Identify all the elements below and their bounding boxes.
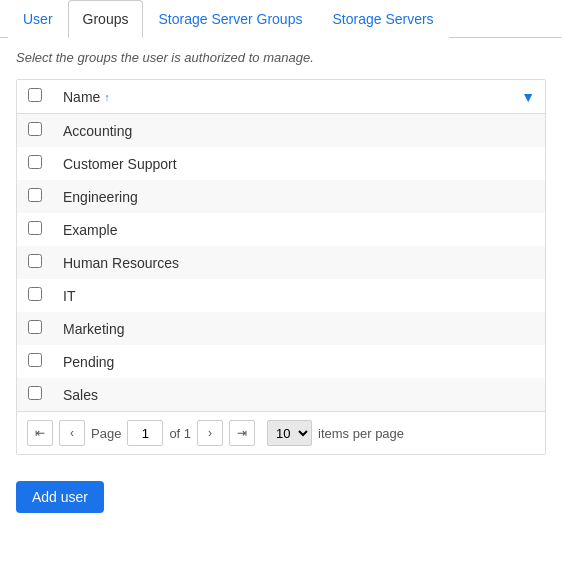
table-row: Customer Support bbox=[17, 147, 545, 180]
row-name-cell: Example bbox=[53, 213, 545, 246]
row-checkbox-cell bbox=[17, 378, 53, 411]
table-row: IT bbox=[17, 279, 545, 312]
next-page-button[interactable]: › bbox=[197, 420, 223, 446]
table-row: Human Resources bbox=[17, 246, 545, 279]
row-checkbox-cell bbox=[17, 312, 53, 345]
table-row: Pending bbox=[17, 345, 545, 378]
groups-table: Name ↑ ▼ Accounting Customer Support bbox=[17, 80, 545, 411]
row-checkbox[interactable] bbox=[28, 188, 42, 202]
tab-storage-server-groups[interactable]: Storage Server Groups bbox=[143, 0, 317, 38]
row-checkbox[interactable] bbox=[28, 122, 42, 136]
row-name-cell: Pending bbox=[53, 345, 545, 378]
last-page-button[interactable]: ⇥ bbox=[229, 420, 255, 446]
row-checkbox-cell bbox=[17, 279, 53, 312]
page-label: Page bbox=[91, 426, 121, 441]
tab-groups[interactable]: Groups bbox=[68, 0, 144, 38]
description-text: Select the groups the user is authorized… bbox=[16, 50, 546, 65]
row-checkbox-cell bbox=[17, 213, 53, 246]
row-checkbox[interactable] bbox=[28, 155, 42, 169]
select-all-checkbox[interactable] bbox=[28, 88, 42, 102]
header-checkbox-cell bbox=[17, 80, 53, 114]
groups-table-container: Name ↑ ▼ Accounting Customer Support bbox=[16, 79, 546, 455]
table-row: Example bbox=[17, 213, 545, 246]
page-number-input[interactable] bbox=[127, 420, 163, 446]
row-checkbox[interactable] bbox=[28, 221, 42, 235]
row-checkbox[interactable] bbox=[28, 386, 42, 400]
row-name-cell: Human Resources bbox=[53, 246, 545, 279]
row-name-cell: Customer Support bbox=[53, 147, 545, 180]
items-per-page-label: items per page bbox=[318, 426, 404, 441]
tab-bar: User Groups Storage Server Groups Storag… bbox=[0, 0, 562, 38]
row-checkbox[interactable] bbox=[28, 353, 42, 367]
row-checkbox-cell bbox=[17, 114, 53, 148]
table-row: Accounting bbox=[17, 114, 545, 148]
main-content: Select the groups the user is authorized… bbox=[0, 38, 562, 467]
table-row: Sales bbox=[17, 378, 545, 411]
row-checkbox-cell bbox=[17, 147, 53, 180]
column-name-label: Name bbox=[63, 89, 100, 105]
table-header-row: Name ↑ ▼ bbox=[17, 80, 545, 114]
footer: Add user bbox=[0, 467, 562, 527]
pagination-bar: ⇤ ‹ Page of 1 › ⇥ 10 25 50 items per pag… bbox=[17, 411, 545, 454]
row-name-cell: Marketing bbox=[53, 312, 545, 345]
per-page-wrapper: 10 25 50 bbox=[267, 420, 312, 446]
add-user-button[interactable]: Add user bbox=[16, 481, 104, 513]
row-checkbox[interactable] bbox=[28, 287, 42, 301]
first-page-button[interactable]: ⇤ bbox=[27, 420, 53, 446]
filter-icon[interactable]: ▼ bbox=[521, 89, 535, 105]
row-checkbox-cell bbox=[17, 345, 53, 378]
items-per-page-select[interactable]: 10 25 50 bbox=[267, 420, 312, 446]
table-row: Marketing bbox=[17, 312, 545, 345]
table-body: Accounting Customer Support Engineering … bbox=[17, 114, 545, 412]
sort-arrow-icon[interactable]: ↑ bbox=[104, 91, 110, 103]
prev-page-button[interactable]: ‹ bbox=[59, 420, 85, 446]
row-name-cell: Engineering bbox=[53, 180, 545, 213]
row-name-cell: IT bbox=[53, 279, 545, 312]
tab-storage-servers[interactable]: Storage Servers bbox=[317, 0, 448, 38]
header-name-cell[interactable]: Name ↑ ▼ bbox=[53, 80, 545, 114]
row-name-cell: Sales bbox=[53, 378, 545, 411]
row-checkbox[interactable] bbox=[28, 320, 42, 334]
row-name-cell: Accounting bbox=[53, 114, 545, 148]
row-checkbox[interactable] bbox=[28, 254, 42, 268]
tab-user[interactable]: User bbox=[8, 0, 68, 38]
row-checkbox-cell bbox=[17, 180, 53, 213]
row-checkbox-cell bbox=[17, 246, 53, 279]
table-row: Engineering bbox=[17, 180, 545, 213]
of-label: of 1 bbox=[169, 426, 191, 441]
